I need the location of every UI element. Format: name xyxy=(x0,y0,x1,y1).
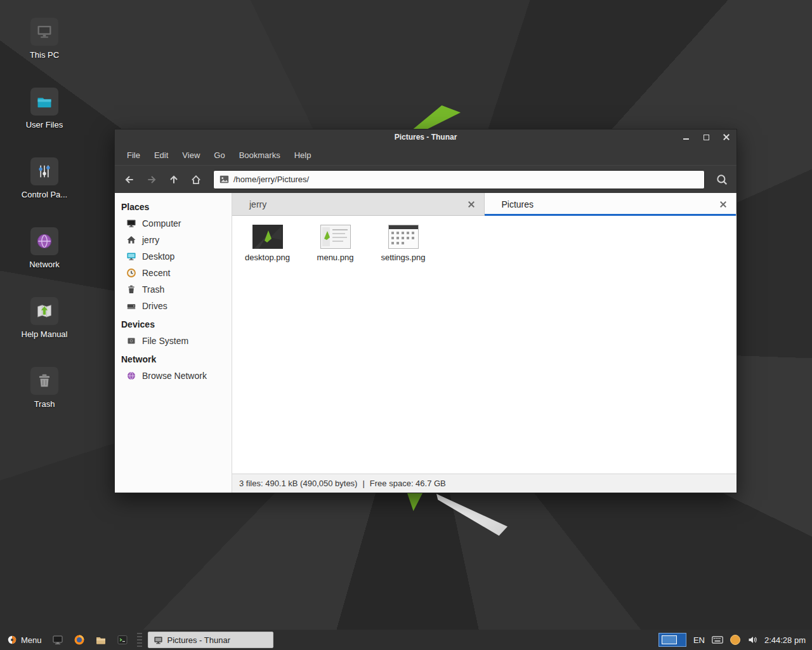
sidebar-item-label: Recent xyxy=(142,268,170,278)
desktop-icon-label: This PC xyxy=(16,50,72,60)
desktop-icon-label: Help Manual xyxy=(16,329,72,339)
file-name: menu.png xyxy=(304,253,367,262)
control-sliders-icon xyxy=(30,157,58,185)
minimize-button[interactable] xyxy=(676,129,696,145)
sidebar-item-label: Desktop xyxy=(142,251,174,262)
tab-jerry[interactable]: jerry xyxy=(232,193,485,216)
sidebar-item-label: jerry xyxy=(142,235,159,245)
menu-help[interactable]: Help xyxy=(287,146,318,164)
keyboard-icon[interactable] xyxy=(712,636,723,644)
drives-icon xyxy=(126,301,136,311)
sidebar-item-desktop[interactable]: Desktop xyxy=(115,248,232,265)
workspace-pager[interactable] xyxy=(658,633,686,647)
path-text: /home/jerry/Pictures/ xyxy=(233,175,309,184)
menu-view[interactable]: View xyxy=(175,146,207,164)
search-button[interactable] xyxy=(712,169,732,190)
image-thumbnail xyxy=(320,225,351,249)
desktop-icon-user-files[interactable]: User Files xyxy=(16,88,72,129)
sidebar-item-trash[interactable]: Trash xyxy=(115,281,232,298)
tab-label: jerry xyxy=(249,199,465,209)
menu-edit[interactable]: Edit xyxy=(147,146,175,164)
sidebar-item-label: File System xyxy=(142,336,188,346)
map-icon xyxy=(30,297,58,325)
file-name: desktop.png xyxy=(236,253,299,262)
taskbar: Menu Pictures - Thunar EN xyxy=(0,630,812,650)
toolbar: /home/jerry/Pictures/ xyxy=(115,165,737,193)
minimize-icon xyxy=(683,138,689,140)
computer-icon xyxy=(30,18,58,46)
tab-pictures[interactable]: Pictures xyxy=(485,193,737,216)
file-view[interactable]: desktop.png menu.png xyxy=(232,216,737,474)
desktop-icon-label: Network xyxy=(16,260,72,269)
tab-bar: jerry Pictures xyxy=(232,193,737,216)
sidebar-header-network: Network xyxy=(115,349,232,368)
keyboard-layout-indicator[interactable]: EN xyxy=(693,635,705,645)
taskbar-window-label: Pictures - Thunar xyxy=(167,635,230,645)
file-settings-png[interactable]: settings.png xyxy=(372,222,435,265)
tab-close-button[interactable] xyxy=(465,198,478,211)
file-menu-png[interactable]: menu.png xyxy=(304,222,367,265)
maximize-button[interactable] xyxy=(696,129,716,145)
sidebar-item-jerry[interactable]: jerry xyxy=(115,232,232,248)
desktop-icon-trash[interactable]: Trash xyxy=(16,367,72,409)
tab-close-button[interactable] xyxy=(717,198,730,211)
close-icon xyxy=(719,201,727,208)
status-files-summary: 3 files: 490.1 kB (490,050 bytes) xyxy=(239,479,357,488)
desktop-icon-label: User Files xyxy=(16,120,72,129)
file-desktop-png[interactable]: desktop.png xyxy=(236,222,299,265)
close-button[interactable] xyxy=(716,129,737,145)
trash-icon xyxy=(126,284,136,295)
window-list-handle[interactable] xyxy=(137,633,142,647)
desktop-icon-network[interactable]: Network xyxy=(16,227,72,269)
sidebar: Places Computer jerry Desktop Recent xyxy=(115,193,232,493)
menu-button[interactable]: Menu xyxy=(4,630,45,650)
desktop-monitor-icon xyxy=(126,251,136,262)
sidebar-item-label: Computer xyxy=(142,218,181,229)
desktop-icon-help-manual[interactable]: Help Manual xyxy=(16,297,72,339)
close-icon xyxy=(722,133,731,142)
network-globe-icon xyxy=(30,227,58,255)
file-name: settings.png xyxy=(372,253,435,262)
taskbar-window-button[interactable]: Pictures - Thunar xyxy=(148,632,273,648)
sidebar-item-drives[interactable]: Drives xyxy=(115,298,232,314)
sidebar-item-label: Trash xyxy=(142,284,164,295)
menu-file[interactable]: File xyxy=(120,146,147,164)
terminal-launcher[interactable] xyxy=(114,630,131,650)
file-manager-launcher[interactable] xyxy=(92,630,110,650)
home-button[interactable] xyxy=(186,169,206,190)
thunar-icon xyxy=(154,635,163,645)
sidebar-item-recent[interactable]: Recent xyxy=(115,265,232,281)
titlebar[interactable]: Pictures - Thunar xyxy=(115,129,737,145)
folder-icon xyxy=(30,88,58,116)
network-globe-icon xyxy=(126,371,136,381)
sidebar-item-computer[interactable]: Computer xyxy=(115,215,232,232)
sidebar-item-file-system[interactable]: File System xyxy=(115,333,232,349)
sidebar-item-browse-network[interactable]: Browse Network xyxy=(115,368,232,384)
back-button[interactable] xyxy=(119,169,140,190)
menubar: File Edit View Go Bookmarks Help xyxy=(115,145,737,165)
pager-window xyxy=(662,635,677,644)
menu-bookmarks[interactable]: Bookmarks xyxy=(232,146,287,164)
volume-icon[interactable] xyxy=(747,635,757,645)
desktop-icon-this-pc[interactable]: This PC xyxy=(16,18,72,60)
path-bar[interactable]: /home/jerry/Pictures/ xyxy=(213,170,705,189)
close-icon xyxy=(468,201,475,208)
menu-button-label: Menu xyxy=(21,635,42,645)
up-button[interactable] xyxy=(164,169,184,190)
notification-icon[interactable] xyxy=(730,635,740,645)
recent-clock-icon xyxy=(126,268,136,278)
status-bar: 3 files: 490.1 kB (490,050 bytes) | Free… xyxy=(232,474,737,493)
menu-go[interactable]: Go xyxy=(207,146,232,164)
screen: This PC User Files Control Pa... Network… xyxy=(0,0,812,650)
desktop-icon-control-panel[interactable]: Control Pa... xyxy=(16,157,72,199)
show-desktop-button[interactable] xyxy=(49,630,67,650)
forward-button[interactable] xyxy=(141,169,162,190)
clock[interactable]: 2:44:28 pm xyxy=(764,635,806,645)
image-thumbnail xyxy=(388,225,419,249)
sidebar-item-label: Drives xyxy=(142,301,167,311)
computer-icon xyxy=(126,218,136,229)
firefox-launcher[interactable] xyxy=(70,630,88,650)
status-free-space: Free space: 46.7 GB xyxy=(370,479,446,488)
thunar-window: Pictures - Thunar File Edit View Go Book… xyxy=(114,129,737,493)
sidebar-header-devices: Devices xyxy=(115,314,232,333)
